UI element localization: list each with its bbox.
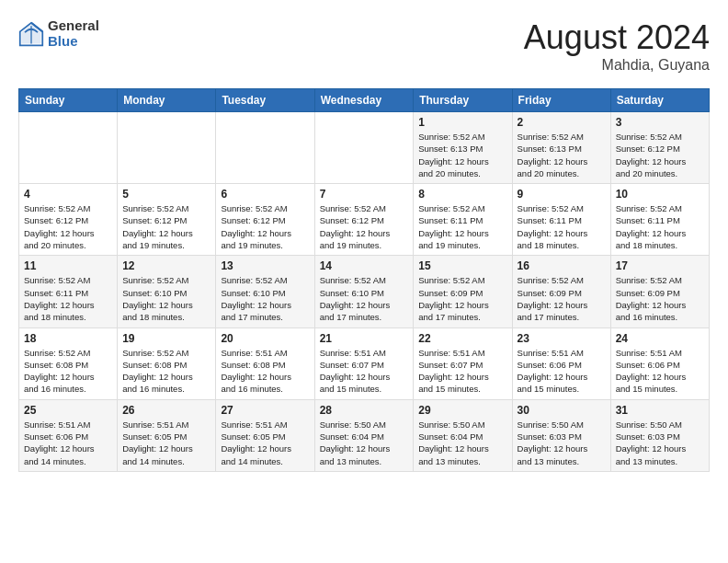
day-number: 27 xyxy=(221,404,309,417)
calendar-cell: 18Sunrise: 5:52 AM Sunset: 6:08 PM Dayli… xyxy=(19,327,118,399)
calendar-cell: 22Sunrise: 5:51 AM Sunset: 6:07 PM Dayli… xyxy=(414,327,512,399)
day-number: 26 xyxy=(122,404,210,417)
day-number: 21 xyxy=(320,332,409,345)
day-info: Sunrise: 5:51 AM Sunset: 6:06 PM Dayligh… xyxy=(24,419,112,467)
calendar-cell: 3Sunrise: 5:52 AM Sunset: 6:12 PM Daylig… xyxy=(610,112,709,184)
calendar-cell: 8Sunrise: 5:52 AM Sunset: 6:11 PM Daylig… xyxy=(414,184,512,256)
day-info: Sunrise: 5:50 AM Sunset: 6:03 PM Dayligh… xyxy=(616,419,704,467)
day-info: Sunrise: 5:52 AM Sunset: 6:08 PM Dayligh… xyxy=(24,347,112,396)
day-info: Sunrise: 5:50 AM Sunset: 6:04 PM Dayligh… xyxy=(418,419,506,467)
day-info: Sunrise: 5:52 AM Sunset: 6:13 PM Dayligh… xyxy=(418,131,506,179)
calendar-cell: 5Sunrise: 5:52 AM Sunset: 6:12 PM Daylig… xyxy=(118,184,216,256)
title-block: August 2024 Mahdia, Guyana xyxy=(524,18,710,74)
calendar-cell xyxy=(118,112,216,184)
day-info: Sunrise: 5:52 AM Sunset: 6:12 PM Dayligh… xyxy=(24,202,112,251)
day-info: Sunrise: 5:52 AM Sunset: 6:11 PM Dayligh… xyxy=(518,202,606,251)
weekday-header: Thursday xyxy=(414,89,512,112)
day-info: Sunrise: 5:51 AM Sunset: 6:05 PM Dayligh… xyxy=(122,419,210,467)
day-number: 13 xyxy=(221,259,309,272)
day-info: Sunrise: 5:51 AM Sunset: 6:05 PM Dayligh… xyxy=(221,419,309,467)
day-number: 3 xyxy=(616,116,704,129)
day-number: 12 xyxy=(122,259,210,272)
calendar-cell: 1Sunrise: 5:52 AM Sunset: 6:13 PM Daylig… xyxy=(414,112,512,184)
day-number: 8 xyxy=(418,188,506,201)
day-number: 25 xyxy=(24,404,112,417)
day-number: 5 xyxy=(122,188,210,201)
calendar-cell: 17Sunrise: 5:52 AM Sunset: 6:09 PM Dayli… xyxy=(610,256,709,327)
day-info: Sunrise: 5:52 AM Sunset: 6:09 PM Dayligh… xyxy=(616,274,704,323)
calendar-table: SundayMondayTuesdayWednesdayThursdayFrid… xyxy=(18,88,710,472)
calendar-cell: 20Sunrise: 5:51 AM Sunset: 6:08 PM Dayli… xyxy=(216,327,314,399)
day-info: Sunrise: 5:52 AM Sunset: 6:12 PM Dayligh… xyxy=(616,131,704,179)
day-info: Sunrise: 5:52 AM Sunset: 6:13 PM Dayligh… xyxy=(518,131,606,179)
day-info: Sunrise: 5:50 AM Sunset: 6:04 PM Dayligh… xyxy=(320,419,409,467)
calendar-cell: 16Sunrise: 5:52 AM Sunset: 6:09 PM Dayli… xyxy=(512,256,610,327)
day-info: Sunrise: 5:52 AM Sunset: 6:11 PM Dayligh… xyxy=(418,202,506,251)
day-info: Sunrise: 5:52 AM Sunset: 6:11 PM Dayligh… xyxy=(24,274,112,323)
weekday-header: Tuesday xyxy=(216,89,314,112)
day-number: 14 xyxy=(320,259,409,272)
calendar-cell: 25Sunrise: 5:51 AM Sunset: 6:06 PM Dayli… xyxy=(19,399,118,471)
day-number: 16 xyxy=(518,259,606,272)
calendar-cell: 6Sunrise: 5:52 AM Sunset: 6:12 PM Daylig… xyxy=(216,184,314,256)
day-info: Sunrise: 5:52 AM Sunset: 6:12 PM Dayligh… xyxy=(221,202,309,251)
calendar-cell: 11Sunrise: 5:52 AM Sunset: 6:11 PM Dayli… xyxy=(19,256,118,327)
calendar-week-row: 4Sunrise: 5:52 AM Sunset: 6:12 PM Daylig… xyxy=(19,184,710,256)
calendar-cell: 14Sunrise: 5:52 AM Sunset: 6:10 PM Dayli… xyxy=(314,256,414,327)
weekday-header: Friday xyxy=(512,89,610,112)
day-info: Sunrise: 5:52 AM Sunset: 6:11 PM Dayligh… xyxy=(616,202,704,251)
day-number: 29 xyxy=(418,404,506,417)
calendar-cell: 28Sunrise: 5:50 AM Sunset: 6:04 PM Dayli… xyxy=(314,399,414,471)
calendar-cell: 10Sunrise: 5:52 AM Sunset: 6:11 PM Dayli… xyxy=(610,184,709,256)
day-info: Sunrise: 5:51 AM Sunset: 6:06 PM Dayligh… xyxy=(616,347,704,396)
weekday-header: Wednesday xyxy=(314,89,414,112)
calendar-title: August 2024 xyxy=(524,18,710,57)
weekday-header-row: SundayMondayTuesdayWednesdayThursdayFrid… xyxy=(19,89,710,112)
day-number: 30 xyxy=(518,404,606,417)
calendar-cell: 30Sunrise: 5:50 AM Sunset: 6:03 PM Dayli… xyxy=(512,399,610,471)
logo-icon xyxy=(18,21,44,47)
day-number: 7 xyxy=(320,188,409,201)
day-number: 19 xyxy=(122,332,210,345)
day-number: 17 xyxy=(616,259,704,272)
calendar-cell: 7Sunrise: 5:52 AM Sunset: 6:12 PM Daylig… xyxy=(314,184,414,256)
page-header: General Blue August 2024 Mahdia, Guyana xyxy=(18,18,710,74)
logo-text: General Blue xyxy=(48,18,99,49)
day-info: Sunrise: 5:51 AM Sunset: 6:08 PM Dayligh… xyxy=(221,347,309,396)
logo-general-text: General xyxy=(48,18,99,34)
calendar-cell xyxy=(314,112,414,184)
day-number: 1 xyxy=(418,116,506,129)
calendar-cell: 29Sunrise: 5:50 AM Sunset: 6:04 PM Dayli… xyxy=(414,399,512,471)
calendar-location: Mahdia, Guyana xyxy=(524,57,710,74)
day-info: Sunrise: 5:52 AM Sunset: 6:10 PM Dayligh… xyxy=(221,274,309,323)
day-number: 9 xyxy=(518,188,606,201)
calendar-cell: 12Sunrise: 5:52 AM Sunset: 6:10 PM Dayli… xyxy=(118,256,216,327)
calendar-week-row: 25Sunrise: 5:51 AM Sunset: 6:06 PM Dayli… xyxy=(19,399,710,471)
day-number: 28 xyxy=(320,404,409,417)
weekday-header: Saturday xyxy=(610,89,709,112)
day-number: 18 xyxy=(24,332,112,345)
calendar-week-row: 11Sunrise: 5:52 AM Sunset: 6:11 PM Dayli… xyxy=(19,256,710,327)
logo: General Blue xyxy=(18,18,99,49)
calendar-cell: 26Sunrise: 5:51 AM Sunset: 6:05 PM Dayli… xyxy=(118,399,216,471)
day-number: 15 xyxy=(418,259,506,272)
day-number: 24 xyxy=(616,332,704,345)
day-number: 4 xyxy=(24,188,112,201)
day-info: Sunrise: 5:50 AM Sunset: 6:03 PM Dayligh… xyxy=(518,419,606,467)
calendar-week-row: 18Sunrise: 5:52 AM Sunset: 6:08 PM Dayli… xyxy=(19,327,710,399)
day-number: 22 xyxy=(418,332,506,345)
day-info: Sunrise: 5:52 AM Sunset: 6:09 PM Dayligh… xyxy=(518,274,606,323)
day-info: Sunrise: 5:51 AM Sunset: 6:07 PM Dayligh… xyxy=(418,347,506,396)
calendar-cell: 24Sunrise: 5:51 AM Sunset: 6:06 PM Dayli… xyxy=(610,327,709,399)
day-number: 20 xyxy=(221,332,309,345)
day-info: Sunrise: 5:52 AM Sunset: 6:10 PM Dayligh… xyxy=(122,274,210,323)
day-number: 10 xyxy=(616,188,704,201)
day-number: 2 xyxy=(518,116,606,129)
calendar-cell xyxy=(216,112,314,184)
calendar-cell: 27Sunrise: 5:51 AM Sunset: 6:05 PM Dayli… xyxy=(216,399,314,471)
day-info: Sunrise: 5:51 AM Sunset: 6:06 PM Dayligh… xyxy=(518,347,606,396)
calendar-week-row: 1Sunrise: 5:52 AM Sunset: 6:13 PM Daylig… xyxy=(19,112,710,184)
calendar-cell: 23Sunrise: 5:51 AM Sunset: 6:06 PM Dayli… xyxy=(512,327,610,399)
calendar-cell: 19Sunrise: 5:52 AM Sunset: 6:08 PM Dayli… xyxy=(118,327,216,399)
day-info: Sunrise: 5:52 AM Sunset: 6:08 PM Dayligh… xyxy=(122,347,210,396)
